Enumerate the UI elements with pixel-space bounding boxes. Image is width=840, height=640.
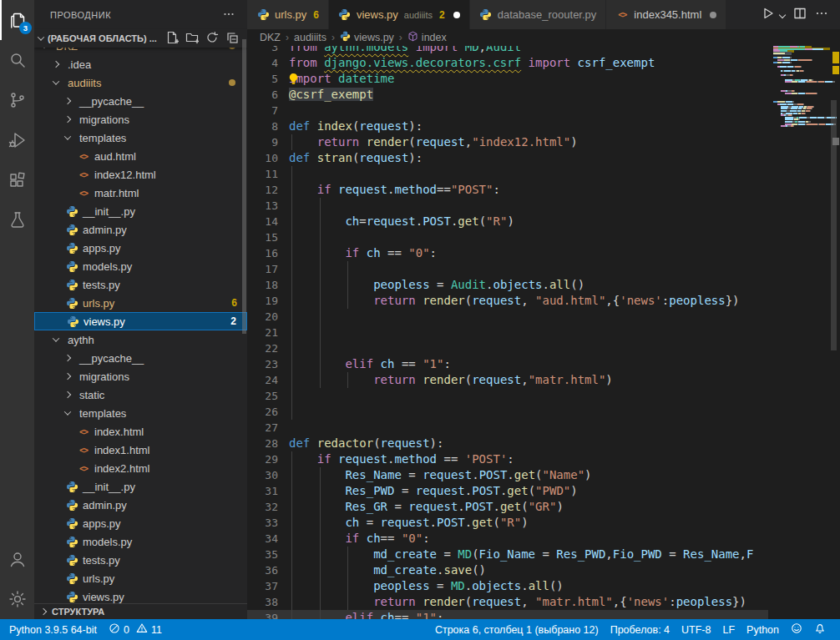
- code-line-17[interactable]: 17: [247, 261, 768, 277]
- tree-item-matr.html[interactable]: <>matr.html: [34, 184, 247, 202]
- line-number[interactable]: 19: [247, 293, 289, 309]
- tree-item-.idea[interactable]: .idea: [34, 55, 247, 73]
- breadcrumb-item-views.py[interactable]: views.py: [340, 31, 394, 44]
- line-number[interactable]: 35: [247, 547, 289, 562]
- tab-index345.html[interactable]: <>index345.html: [606, 0, 726, 29]
- tree-item-DKZ[interactable]: DKZ: [34, 48, 247, 55]
- run-dropdown-icon[interactable]: [779, 11, 786, 18]
- tree-item-aud.html[interactable]: <>aud.html: [34, 147, 247, 165]
- status-language-mode[interactable]: Python: [741, 619, 785, 640]
- tree-item-audiiits[interactable]: audiiits: [34, 73, 247, 92]
- testing-icon[interactable]: [0, 200, 34, 240]
- status-eol[interactable]: LF: [716, 619, 741, 640]
- outline-section-header[interactable]: СТРУКТУРА: [34, 603, 247, 619]
- status-encoding[interactable]: UTF-8: [676, 619, 716, 640]
- code-line-12[interactable]: 12 if request.method=="POST":: [247, 182, 768, 198]
- status-problems[interactable]: 011: [103, 619, 168, 640]
- code-line-8[interactable]: 8def index(request):: [247, 118, 768, 134]
- tree-item-index.html[interactable]: <>index.html: [34, 422, 247, 441]
- line-number[interactable]: 13: [247, 198, 289, 214]
- line-number[interactable]: 39: [247, 610, 289, 619]
- code-line-23[interactable]: 23 elif ch == "1":: [247, 356, 768, 372]
- tab-views.py[interactable]: views.pyaudiiits2: [329, 0, 470, 29]
- new-file-icon[interactable]: [165, 31, 179, 46]
- views-and-more-actions-icon[interactable]: [222, 8, 235, 23]
- line-number[interactable]: 12: [247, 182, 289, 198]
- code-line-10[interactable]: 10def stran(request):: [247, 150, 768, 166]
- more-actions-icon[interactable]: [815, 7, 828, 23]
- tree-item-migrations[interactable]: migrations: [34, 110, 247, 129]
- tree-item-index12.html[interactable]: <>index12.html: [34, 165, 247, 184]
- tree-item-aythh[interactable]: aythh: [34, 330, 247, 349]
- line-number[interactable]: 3: [247, 46, 289, 55]
- code-line-26[interactable]: 26: [247, 404, 768, 420]
- code-line-18[interactable]: 18 peopless = Audit.objects.all(): [247, 277, 768, 293]
- tree-item-__pycache__[interactable]: __pycache__: [34, 92, 247, 110]
- code-line-35[interactable]: 35 md_create = MD(Fio_Name = Res_PWD,Fio…: [247, 547, 768, 562]
- tree-item-views.py[interactable]: views.py2: [34, 312, 247, 330]
- line-number[interactable]: 25: [247, 388, 289, 404]
- status-indentation[interactable]: Пробелов: 4: [605, 619, 676, 640]
- tree-item-__init__.py[interactable]: __init__.py: [34, 477, 247, 496]
- code-line-25[interactable]: 25: [247, 388, 768, 404]
- tree-item-urls.py[interactable]: urls.py: [34, 569, 247, 587]
- code-line-16[interactable]: 16 if ch == "0":: [247, 245, 768, 261]
- tree-item-__init__.py[interactable]: __init__.py: [34, 202, 247, 220]
- code-line-29[interactable]: 29 if request.method == 'POST':: [247, 451, 768, 467]
- line-number[interactable]: 24: [247, 372, 289, 388]
- line-number[interactable]: 18: [247, 277, 289, 293]
- line-number[interactable]: 17: [247, 261, 289, 277]
- tab-database_roouter.py[interactable]: database_roouter.py: [470, 0, 607, 29]
- run-and-debug-icon[interactable]: [0, 120, 34, 160]
- manage-icon[interactable]: [0, 579, 34, 619]
- code-line-39[interactable]: 39 elif ch== "1":: [247, 610, 768, 619]
- line-number[interactable]: 26: [247, 404, 289, 420]
- code-line-14[interactable]: 14 ch=request.POST.get("R"): [247, 214, 768, 229]
- code-line-34[interactable]: 34 if ch== "0":: [247, 531, 768, 547]
- tree-item-views.py[interactable]: views.py: [34, 587, 247, 604]
- line-number[interactable]: 29: [247, 451, 289, 467]
- line-number[interactable]: 7: [247, 103, 289, 118]
- code-line-38[interactable]: 38 return render(request, "matr.html",{'…: [247, 594, 768, 610]
- status-feedback[interactable]: [785, 619, 808, 640]
- line-number[interactable]: 22: [247, 340, 289, 356]
- line-number[interactable]: 36: [247, 562, 289, 578]
- line-number[interactable]: 23: [247, 356, 289, 372]
- refresh-icon[interactable]: [205, 31, 219, 46]
- status-cursor-position[interactable]: Строка 6, столбец 1 (выбрано 12): [429, 619, 605, 640]
- line-number[interactable]: 9: [247, 134, 289, 150]
- line-number[interactable]: 5: [247, 71, 289, 87]
- line-number[interactable]: 16: [247, 245, 289, 261]
- minimap[interactable]: [773, 46, 832, 619]
- line-number[interactable]: 21: [247, 325, 289, 340]
- tree-item-index1.html[interactable]: <>index1.html: [34, 441, 247, 459]
- code-line-11[interactable]: 11: [247, 166, 768, 182]
- sidebar-scrollbar[interactable]: [242, 39, 246, 334]
- line-number[interactable]: 27: [247, 420, 289, 436]
- line-number[interactable]: 28: [247, 436, 289, 451]
- tree-item-index2.html[interactable]: <>index2.html: [34, 459, 247, 477]
- code-line-36[interactable]: 36 md_create.save(): [247, 562, 768, 578]
- line-number[interactable]: 32: [247, 499, 289, 515]
- tree-item-models.py[interactable]: models.py: [34, 532, 247, 551]
- tree-item-urls.py[interactable]: urls.py6: [34, 294, 247, 312]
- run-python-file-icon[interactable]: [762, 7, 775, 23]
- code-line-30[interactable]: 30 Res_Name = request.POST.get("Name"): [247, 467, 768, 483]
- code-line-3[interactable]: 3from aythh.models import MD,Audit: [247, 46, 768, 55]
- tree-item-migrations[interactable]: migrations: [34, 367, 247, 386]
- line-number[interactable]: 37: [247, 578, 289, 594]
- line-number[interactable]: 33: [247, 515, 289, 531]
- tree-item-__pycache__[interactable]: __pycache__: [34, 349, 247, 367]
- code-line-33[interactable]: 33 ch = request.POST.get("R"): [247, 515, 768, 531]
- explorer-icon[interactable]: 3: [0, 0, 34, 40]
- line-number[interactable]: 38: [247, 594, 289, 610]
- breadcrumb-item-DKZ[interactable]: DKZ: [260, 32, 281, 43]
- breadcrumb-item-index[interactable]: index: [407, 31, 447, 44]
- tree-item-admin.py[interactable]: admin.py: [34, 496, 247, 514]
- code-line-4[interactable]: 4from django.views.decorators.csrf impor…: [247, 55, 768, 71]
- line-number[interactable]: 31: [247, 483, 289, 499]
- new-folder-icon[interactable]: [185, 31, 199, 46]
- code-line-21[interactable]: 21: [247, 325, 768, 340]
- tree-item-admin.py[interactable]: admin.py: [34, 220, 247, 239]
- tree-item-templates[interactable]: templates: [34, 129, 247, 147]
